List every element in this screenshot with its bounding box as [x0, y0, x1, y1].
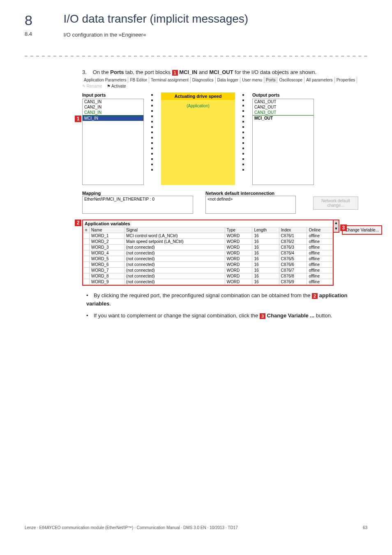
tab-terminal[interactable]: Terminal assignment: [149, 77, 191, 83]
col-index[interactable]: Index: [279, 227, 307, 233]
tab-all-parameters[interactable]: All parameters: [304, 77, 334, 83]
tab-fb-editor[interactable]: FB Editor: [128, 77, 149, 83]
step-number: 3.: [82, 69, 91, 76]
marker-3: 3: [340, 224, 347, 231]
engineer-screenshot: Application ParametersFB EditorTerminal …: [82, 78, 382, 286]
chapter-title: I/O data transfer (implicit messages): [63, 12, 248, 25]
network-default-change-button: Network default change...: [313, 197, 358, 210]
application-label: (Application): [161, 100, 235, 112]
table-row[interactable]: WORD_1MCI control word (LA_NCtrl)WORD16C…: [83, 233, 333, 239]
table-row[interactable]: WORD_8(not connected)WORD16C876/8offline: [83, 273, 333, 279]
tab-user-menu[interactable]: User menu: [240, 77, 264, 83]
col-online[interactable]: Online: [307, 227, 332, 233]
marker-2: 2: [75, 220, 81, 226]
center-blank: [161, 112, 235, 185]
table-row[interactable]: WORD_3(not connected)WORD16C876/3offline: [83, 245, 333, 250]
step-text: On the Ports tab, the port blocks 1 MCI_…: [93, 69, 316, 75]
marker-3-inline: 3: [260, 313, 265, 319]
tab-diagnostics[interactable]: Diagnostics: [191, 77, 216, 83]
bullet-1: •By clicking the required port, the prec…: [86, 291, 351, 308]
output-ports-label: Output ports: [252, 92, 314, 97]
marker-2-inline: 2: [312, 293, 318, 299]
change-variable-button[interactable]: Change Variable...: [342, 225, 382, 235]
scroll-down-button[interactable]: ▼: [334, 226, 339, 232]
marker-1-inline: 1: [172, 70, 178, 76]
ndi-label: Network default interconnection: [205, 191, 296, 196]
tab-oscilloscope[interactable]: Oscilloscope: [277, 77, 304, 83]
application-variables-table[interactable]: ≡ Name Signal Type Length Index Online W…: [83, 227, 333, 285]
list-item-selected[interactable]: MCI_IN: [83, 116, 143, 121]
table-row[interactable]: WORD_7(not connected)WORD16C876/7offline: [83, 268, 333, 273]
col-length[interactable]: Length: [252, 227, 279, 233]
footer-left: Lenze · E84AYCEO communication module (E…: [25, 525, 238, 530]
input-ports-label: Input ports: [82, 92, 144, 97]
section-title: I/O configuration in the »Engineer«: [63, 32, 146, 38]
table-row[interactable]: WORD_5(not connected)WORD16C876/5offline: [83, 256, 333, 262]
application-variables-panel: Application variables ≡ Name Signal Type…: [82, 220, 334, 286]
page-number: 63: [363, 525, 367, 530]
marker-1: 1: [75, 116, 81, 122]
table-row[interactable]: WORD_4(not connected)WORD16C876/4offline: [83, 250, 333, 256]
port-dots-left: [151, 92, 154, 185]
list-item[interactable]: CAN2_OUT: [253, 104, 314, 110]
port-dots-right: [242, 92, 245, 185]
divider: _ _ _ _ _ _ _ _ _ _ _ _ _ _ _ _ _ _ _ _ …: [25, 51, 367, 56]
mapping-value[interactable]: EtherNet/IP/MCI_IN_ETHERNETIP : 0: [82, 196, 193, 214]
input-ports-list[interactable]: CAN1_IN CAN2_IN CAN3_IN MCI_IN: [82, 99, 144, 185]
col-signal[interactable]: Signal: [125, 227, 225, 233]
tab-data-logger[interactable]: Data logger: [216, 77, 241, 83]
list-item[interactable]: CAN3_OUT: [253, 110, 314, 116]
table-row[interactable]: WORD_6(not connected)WORD16C876/6offline: [83, 262, 333, 268]
list-item[interactable]: MCI_OUT: [253, 116, 314, 121]
actuating-drive-speed-header: Actuating drive speed: [161, 92, 235, 100]
list-item[interactable]: CAN3_IN: [83, 110, 143, 116]
mapping-label: Mapping: [82, 191, 193, 196]
chapter-number: 8: [25, 12, 62, 28]
section-number: 8.4: [25, 31, 62, 37]
output-ports-list[interactable]: CAN1_OUT CAN2_OUT CAN3_OUT MCI_OUT: [252, 99, 314, 185]
list-item[interactable]: CAN1_IN: [83, 99, 143, 104]
list-item[interactable]: CAN1_OUT: [253, 99, 314, 104]
tab-ports[interactable]: Ports: [264, 77, 277, 83]
appvar-scrollbar[interactable]: ▲ ▼: [334, 220, 339, 233]
tab-bar: Application ParametersFB EditorTerminal …: [82, 78, 382, 82]
tab-app-params[interactable]: Application Parameters: [82, 77, 128, 83]
application-variables-title: Application variables: [83, 220, 333, 227]
toolbar: ✎ Rename ⚑ Activate: [82, 84, 382, 88]
ndi-value[interactable]: <not defined>: [205, 196, 296, 214]
col-name[interactable]: Name: [89, 227, 124, 233]
bullet-2: •If you want to complement or change the…: [86, 312, 351, 320]
col-type[interactable]: Type: [225, 227, 252, 233]
rename-button: ✎ Rename: [82, 84, 102, 88]
scroll-up-button[interactable]: ▲: [334, 220, 339, 226]
list-item[interactable]: CAN2_IN: [83, 104, 143, 110]
col-name[interactable]: ≡: [83, 227, 90, 233]
table-row[interactable]: WORD_2Main speed setpoint (LA_NCtrl)WORD…: [83, 239, 333, 245]
activate-button[interactable]: ⚑ Activate: [107, 84, 126, 88]
tab-properties[interactable]: Properties: [335, 77, 357, 83]
table-row[interactable]: WORD_9(not connected)WORD16C876/9offline: [83, 279, 333, 285]
